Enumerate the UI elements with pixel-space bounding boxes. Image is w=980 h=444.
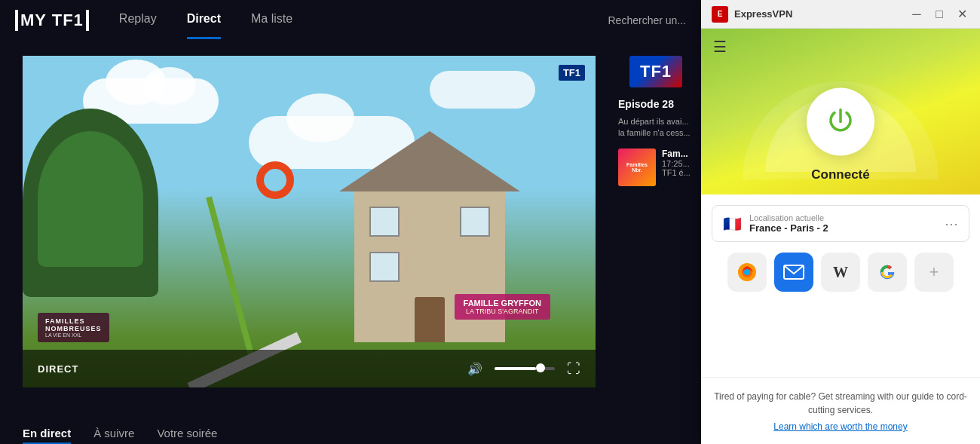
show-name-right: FAMILLE GRYFFON <box>464 299 541 308</box>
tf1-watermark: TF1 <box>559 65 585 81</box>
tabs-bar: En direct À suivre Votre soirée <box>23 427 217 444</box>
tf1-logo-big: TF1 <box>629 56 682 87</box>
mytf1-logo[interactable]: MY TF1 <box>15 10 89 31</box>
volume-icon[interactable]: 🔊 <box>467 362 482 376</box>
nav-ma-liste[interactable]: Ma liste <box>251 12 292 29</box>
tree-decoration <box>23 109 158 297</box>
volume-slider[interactable] <box>495 367 555 370</box>
shortcut-google[interactable] <box>868 253 907 292</box>
vpn-menu-icon[interactable]: ☰ <box>713 38 727 56</box>
shortcut-mail[interactable] <box>774 253 813 292</box>
promo-link[interactable]: Learn which are worth the money <box>713 421 968 432</box>
vpn-close-button[interactable]: ✕ <box>954 7 969 22</box>
promo-text: Tired of paying for cable? Get streaming… <box>713 390 968 417</box>
vpn-promo: Tired of paying for cable? Get streaming… <box>701 377 980 444</box>
vpn-app-icon: E <box>712 6 728 23</box>
vpn-title: ExpressVPN <box>734 8 903 20</box>
house-decoration <box>354 191 505 342</box>
video-player[interactable]: TF1 FAMILLESNOMBREUSES LA VIE EN XXL FAM… <box>23 56 596 387</box>
tf1-logo-box: TF1 <box>618 56 694 87</box>
mytf1-header: MY TF1 Replay Direct Ma liste Rechercher… <box>0 0 701 41</box>
next-show-thumbnail: FamillesNbr. <box>618 149 656 186</box>
tab-a-suivre[interactable]: À suivre <box>93 427 134 444</box>
vpn-minimize-button[interactable]: ─ <box>909 7 924 22</box>
episode-desc: Au départ ils avai... la famille n'a ces… <box>618 116 694 139</box>
vpn-shortcuts: W + <box>701 242 980 302</box>
location-info: Localisation actuelle France - Paris - 2 <box>749 213 937 234</box>
vpn-power-icon <box>824 106 857 139</box>
main-content: TF1 FAMILLESNOMBREUSES LA VIE EN XXL FAM… <box>0 41 701 444</box>
vpn-maximize-button[interactable]: □ <box>932 7 947 22</box>
episode-title: Episode 28 <box>618 98 694 110</box>
vpn-titlebar: E ExpressVPN ─ □ ✕ <box>701 0 980 29</box>
tab-votre-soiree[interactable]: Votre soirée <box>157 427 217 444</box>
expressvpn-window: E ExpressVPN ─ □ ✕ ☰ Connecté 🇫 <box>701 0 980 444</box>
main-nav: Replay Direct Ma liste <box>119 12 608 29</box>
next-show-title: Fam... <box>662 149 694 159</box>
location-name: France - Paris - 2 <box>749 222 937 234</box>
next-show-info: Fam... 17:25... TF1 é... <box>662 149 694 177</box>
vpn-top-section: ☰ Connecté <box>701 29 980 194</box>
vpn-location-bar[interactable]: 🇫🇷 Localisation actuelle France - Paris … <box>712 205 969 242</box>
show-overlay-left: FAMILLESNOMBREUSES LA VIE EN XXL <box>38 313 109 342</box>
slide-decoration <box>173 146 324 357</box>
show-overlay-right: FAMILLE GRYFFON LA TRIBU S'AGRANDIT <box>455 294 550 320</box>
google-icon <box>877 262 897 282</box>
show-title-left: FAMILLESNOMBREUSES <box>45 317 102 332</box>
show-sub-right: LA TRIBU S'AGRANDIT <box>464 308 541 315</box>
svg-point-2 <box>744 269 750 275</box>
next-show-time: 17:25... <box>662 159 694 168</box>
nav-replay[interactable]: Replay <box>119 12 157 29</box>
search-placeholder: Rechercher un... <box>608 14 687 26</box>
shortcut-add[interactable]: + <box>914 253 954 292</box>
player-controls: DIRECT 🔊 ⛶ <box>23 350 596 387</box>
cloud-decoration <box>430 71 535 109</box>
side-panel: TF1 Episode 28 Au départ ils avai... la … <box>611 41 701 395</box>
next-show: FamillesNbr. Fam... 17:25... TF1 é... <box>618 149 694 186</box>
vpn-power-button[interactable] <box>807 88 874 156</box>
nav-direct[interactable]: Direct <box>187 12 221 29</box>
vpn-connected-label: Connecté <box>701 167 980 182</box>
shortcut-wikipedia[interactable]: W <box>821 253 860 292</box>
location-more-button[interactable]: ⋯ <box>945 216 958 232</box>
shortcut-firefox[interactable] <box>727 253 767 292</box>
direct-badge: DIRECT <box>38 363 78 375</box>
mail-icon <box>783 265 804 280</box>
video-background: TF1 FAMILLESNOMBREUSES LA VIE EN XXL FAM… <box>23 56 596 387</box>
tab-en-direct[interactable]: En direct <box>23 427 71 444</box>
location-label: Localisation actuelle <box>749 213 937 222</box>
fullscreen-button[interactable]: ⛶ <box>567 361 580 377</box>
france-flag-icon: 🇫🇷 <box>723 215 742 233</box>
vpn-body: ☰ Connecté 🇫🇷 Localisation actuelle Fran… <box>701 29 980 444</box>
firefox-icon <box>737 262 758 283</box>
vpn-window-controls: ─ □ ✕ <box>909 7 969 22</box>
next-show-channel: TF1 é... <box>662 168 694 177</box>
